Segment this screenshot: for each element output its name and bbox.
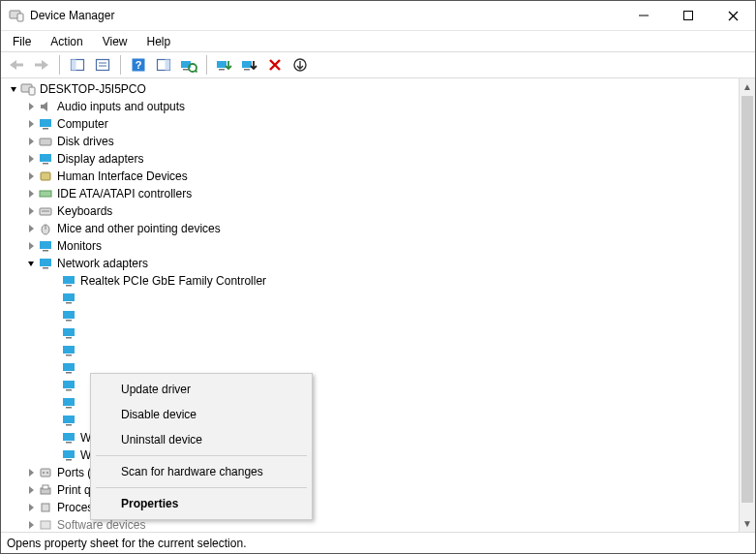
device-item[interactable] xyxy=(1,324,739,342)
category-label: Network adapters xyxy=(57,257,148,270)
category-label: Monitors xyxy=(57,239,102,253)
maximize-button[interactable] xyxy=(666,1,711,30)
disable-device-button[interactable] xyxy=(238,54,261,76)
scroll-up-button[interactable]: ▲ xyxy=(740,78,755,95)
chevron-right-icon[interactable] xyxy=(24,483,38,497)
vertical-scrollbar[interactable]: ▲ ▼ xyxy=(739,78,755,532)
chevron-right-icon[interactable] xyxy=(24,466,38,479)
context-menu: Update driver Disable device Uninstall d… xyxy=(90,373,313,520)
properties-button[interactable] xyxy=(91,54,114,76)
device-label: Realtek PCIe GbE Family Controller xyxy=(80,274,266,288)
ctx-update-driver[interactable]: Update driver xyxy=(94,377,309,402)
window: Device Manager File Action View Help xyxy=(0,0,756,554)
svg-rect-59 xyxy=(63,398,75,406)
category-audio[interactable]: Audio inputs and outputs xyxy=(1,98,739,115)
show-hide-console-tree-button[interactable] xyxy=(66,54,89,76)
svg-rect-63 xyxy=(63,433,75,441)
speaker-icon xyxy=(38,99,53,114)
chevron-right-icon[interactable] xyxy=(24,169,38,183)
category-mice[interactable]: Mice and other pointing devices xyxy=(1,220,739,237)
forward-button[interactable] xyxy=(30,54,53,76)
chevron-right-icon[interactable] xyxy=(24,222,38,235)
chevron-right-icon[interactable] xyxy=(24,239,38,253)
svg-rect-51 xyxy=(63,328,75,336)
monitor-icon xyxy=(38,151,53,167)
ctx-disable-device[interactable]: Disable device xyxy=(94,402,309,427)
tree-root[interactable]: DESKTOP-J5I5PCO xyxy=(1,80,739,98)
category-display-adapters[interactable]: Display adapters xyxy=(1,150,739,168)
svg-line-20 xyxy=(196,71,197,73)
svg-rect-65 xyxy=(63,450,75,458)
update-driver-button[interactable] xyxy=(213,54,236,76)
chevron-right-icon[interactable] xyxy=(24,501,38,514)
svg-rect-23 xyxy=(242,61,252,68)
device-item[interactable] xyxy=(1,290,739,307)
svg-rect-6 xyxy=(16,64,23,67)
category-label: Mice and other pointing devices xyxy=(57,222,221,235)
close-button[interactable] xyxy=(711,1,755,30)
svg-rect-43 xyxy=(40,259,51,266)
help-button[interactable]: ? xyxy=(127,54,150,76)
category-disk-drives[interactable]: Disk drives xyxy=(1,133,739,150)
device-item[interactable] xyxy=(1,342,739,359)
port-icon xyxy=(38,465,53,480)
ctx-properties[interactable]: Properties xyxy=(94,491,309,516)
chevron-down-icon[interactable] xyxy=(7,82,20,96)
category-label: Human Interface Devices xyxy=(57,169,188,183)
scan-hardware-button[interactable] xyxy=(177,54,200,76)
category-ide[interactable]: IDE ATA/ATAPI controllers xyxy=(1,185,739,202)
svg-rect-49 xyxy=(63,311,75,319)
ctx-separator xyxy=(96,487,307,488)
ctx-uninstall-device[interactable]: Uninstall device xyxy=(94,427,309,452)
uninstall-device-button[interactable] xyxy=(263,54,287,76)
chevron-right-icon[interactable] xyxy=(24,117,38,131)
device-item[interactable] xyxy=(1,307,739,324)
cpu-icon xyxy=(38,500,53,515)
svg-rect-16 xyxy=(166,60,170,71)
mouse-icon xyxy=(38,221,53,236)
titlebar: Device Manager xyxy=(1,1,755,31)
svg-rect-56 xyxy=(66,372,72,374)
chevron-right-icon[interactable] xyxy=(24,187,38,200)
ctx-scan-hardware[interactable]: Scan for hardware changes xyxy=(94,459,309,484)
computer-icon xyxy=(20,81,36,97)
svg-rect-45 xyxy=(63,276,75,284)
chevron-down-icon[interactable] xyxy=(24,257,38,270)
device-events-button[interactable] xyxy=(288,54,312,76)
category-computer[interactable]: Computer xyxy=(1,115,739,133)
category-label: Audio inputs and outputs xyxy=(57,100,185,113)
back-button[interactable] xyxy=(5,54,28,76)
scroll-thumb[interactable] xyxy=(741,96,753,503)
category-monitors[interactable]: Monitors xyxy=(1,237,739,255)
category-label: Keyboards xyxy=(57,204,112,218)
svg-rect-62 xyxy=(66,424,72,426)
svg-rect-42 xyxy=(43,250,48,252)
network-icon xyxy=(38,256,53,271)
minimize-button[interactable] xyxy=(621,1,666,30)
device-item[interactable]: Realtek PCIe GbE Family Controller xyxy=(1,272,739,290)
chevron-right-icon[interactable] xyxy=(24,518,38,532)
chevron-right-icon[interactable] xyxy=(24,204,38,218)
menubar: File Action View Help xyxy=(1,31,755,51)
menu-file[interactable]: File xyxy=(5,33,39,50)
svg-rect-72 xyxy=(42,504,49,511)
category-label: Software devices xyxy=(57,518,145,532)
scroll-down-button[interactable]: ▼ xyxy=(740,515,755,532)
chevron-right-icon[interactable] xyxy=(24,135,38,148)
menu-action[interactable]: Action xyxy=(43,33,90,50)
category-network-adapters[interactable]: Network adapters xyxy=(1,255,739,272)
menu-help[interactable]: Help xyxy=(139,33,179,50)
chevron-right-icon[interactable] xyxy=(24,100,38,113)
action-pane-button[interactable] xyxy=(152,54,175,76)
network-adapter-icon xyxy=(61,360,76,376)
chevron-right-icon[interactable] xyxy=(24,152,38,166)
category-keyboards[interactable]: Keyboards xyxy=(1,202,739,220)
network-adapter-icon xyxy=(61,343,76,358)
svg-rect-50 xyxy=(66,320,72,322)
svg-text:?: ? xyxy=(136,59,142,71)
menu-view[interactable]: View xyxy=(95,33,136,50)
device-tree[interactable]: DESKTOP-J5I5PCO Audio inputs and outputs… xyxy=(1,78,739,532)
svg-rect-67 xyxy=(41,469,50,477)
category-hid[interactable]: Human Interface Devices xyxy=(1,168,739,185)
svg-rect-71 xyxy=(43,485,48,489)
